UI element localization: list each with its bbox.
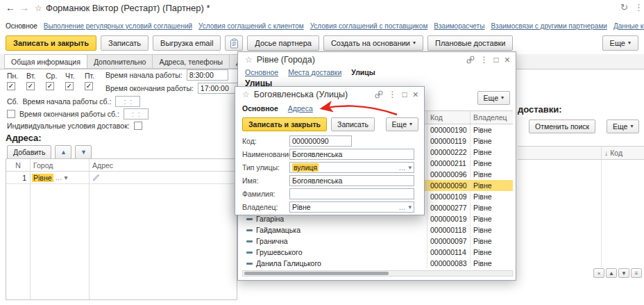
tab-general-info[interactable]: Общая информация bbox=[4, 54, 87, 69]
scrollbar-thumb[interactable] bbox=[244, 272, 389, 275]
owner-value: Рівне bbox=[292, 203, 311, 211]
edit-address-icon bbox=[92, 174, 100, 181]
chevron-down-icon: ▾ bbox=[413, 40, 416, 46]
choose-ellipsis-icon[interactable]: … bbox=[56, 174, 62, 181]
sat-start-input[interactable]: : : bbox=[115, 96, 140, 107]
column-city[interactable]: Город bbox=[30, 161, 89, 170]
street-dialog-titlebar[interactable]: ☆ Богоявленська (Улицы) ⋮ □ × bbox=[235, 87, 424, 102]
street-row[interactable]: Гайдамацька 000000118 Рівне bbox=[242, 224, 513, 236]
move-down-button[interactable]: ▼ bbox=[75, 145, 92, 159]
weekday-checkbox[interactable]: ✓ bbox=[46, 82, 54, 90]
email-export-button[interactable]: Выгрузка email bbox=[153, 35, 221, 51]
address-cell[interactable] bbox=[89, 174, 237, 181]
add-address-button[interactable]: Добавить bbox=[7, 145, 51, 159]
streets-hscrollbar[interactable] bbox=[242, 270, 513, 277]
street-code: 000000118 bbox=[427, 224, 470, 236]
kebab-menu-icon[interactable]: ⋮ bbox=[634, 2, 643, 13]
delivery-table-header[interactable]: ↓ Код bbox=[518, 146, 644, 160]
street-tab-main[interactable]: Основное bbox=[242, 104, 278, 113]
favorite-star-icon[interactable]: ☆ bbox=[245, 55, 253, 65]
streets-more-button[interactable]: Еще ▾ bbox=[477, 91, 510, 105]
lastname-input[interactable] bbox=[289, 188, 414, 199]
tab-addresses-phones[interactable]: Адреса, телефоны bbox=[153, 54, 230, 69]
clipboard-button[interactable] bbox=[225, 35, 243, 51]
list-menu-button[interactable]: ≡ bbox=[631, 268, 642, 278]
back-icon[interactable]: ← bbox=[6, 2, 15, 13]
move-up-button[interactable]: ▲ bbox=[55, 145, 71, 159]
right-more-button[interactable]: Еще ▾ bbox=[607, 119, 639, 133]
addresses-table-header[interactable]: N Город Адрес bbox=[6, 159, 237, 172]
choose-ellipsis-icon[interactable]: … bbox=[398, 164, 405, 172]
save-button[interactable]: Записать bbox=[101, 35, 149, 51]
forward-icon[interactable]: → bbox=[19, 2, 29, 13]
scroll-up-button[interactable]: ▲ bbox=[606, 268, 617, 278]
column-n[interactable]: N bbox=[6, 161, 30, 170]
saturday-checkbox[interactable] bbox=[7, 110, 15, 118]
work-start-input[interactable]: 8:30:00 bbox=[187, 69, 228, 81]
sat-end-input[interactable]: : : bbox=[124, 108, 149, 119]
code-input[interactable]: 000000090 bbox=[289, 135, 352, 147]
nav-item-site-upload[interactable]: Данные контрагентов для выгрузки на сайт bbox=[613, 22, 644, 30]
street-save-button[interactable]: Записать bbox=[331, 117, 375, 131]
streets-column-code[interactable]: Код bbox=[427, 111, 470, 124]
dropdown-icon[interactable]: ▾ bbox=[408, 164, 412, 171]
kebab-menu-icon[interactable]: ⋮ bbox=[389, 90, 397, 99]
nav-item-supplier-terms[interactable]: Условия соглашений с поставщиком bbox=[310, 22, 428, 30]
nav-item-regular-terms[interactable]: Выполнение регулярных условий соглашений bbox=[44, 22, 192, 30]
link-icon[interactable] bbox=[466, 56, 475, 64]
streets-column-owner[interactable]: Владелец bbox=[470, 111, 513, 124]
weekday-checkbox[interactable]: ✓ bbox=[26, 82, 35, 90]
favorite-star-icon[interactable]: ☆ bbox=[242, 90, 250, 99]
check-icon: ✓ bbox=[47, 83, 53, 90]
kebab-menu-icon[interactable]: ⋮ bbox=[480, 55, 489, 65]
move-up-icon: ▲ bbox=[60, 149, 67, 156]
choose-ellipsis-icon[interactable]: … bbox=[398, 204, 405, 211]
create-based-on-button[interactable]: Создать на основании ▾ bbox=[323, 35, 423, 51]
city-cell[interactable]: Рівне … ▾ bbox=[30, 174, 89, 182]
street-row[interactable]: Грушевського 000000114 Рівне bbox=[242, 247, 513, 258]
weekday-checkbox[interactable]: ✓ bbox=[85, 82, 93, 90]
close-icon[interactable]: × bbox=[413, 89, 418, 100]
delivery-column-code[interactable]: ↓ Код bbox=[601, 147, 644, 159]
nav-item-partner-relations[interactable]: Взаимосвязи с другими партнерами bbox=[491, 22, 607, 30]
dropdown-icon[interactable]: ▾ bbox=[408, 204, 412, 211]
individual-terms-checkbox[interactable] bbox=[134, 122, 142, 130]
refresh-icon[interactable]: ↻ bbox=[620, 2, 628, 13]
nav-item-client-terms[interactable]: Условия соглашений с клиентом bbox=[198, 22, 304, 30]
column-address[interactable]: Адрес bbox=[89, 161, 237, 170]
weekday-checkbox[interactable]: ✓ bbox=[65, 82, 74, 90]
city-tab-main[interactable]: Основное bbox=[245, 68, 278, 76]
address-row[interactable]: 1 Рівне … ▾ bbox=[6, 172, 237, 184]
nav-item-settlements[interactable]: Взаиморасчеты bbox=[434, 22, 484, 30]
firstname-input[interactable]: Богоявленська bbox=[289, 175, 414, 186]
clear-filter-button[interactable]: × bbox=[593, 268, 604, 278]
city-tab-streets[interactable]: Улицы bbox=[351, 68, 375, 76]
catalog-item-icon bbox=[246, 252, 253, 254]
nav-item-main[interactable]: Основное bbox=[6, 22, 37, 30]
maximize-icon[interactable]: □ bbox=[402, 90, 407, 99]
street-save-close-button[interactable]: Записать и закрыть bbox=[242, 117, 327, 131]
tab-additional[interactable]: Дополнительно bbox=[87, 54, 153, 69]
form-more-button[interactable]: Еще ▾ bbox=[602, 35, 638, 51]
name-input[interactable]: Богоявленська bbox=[289, 149, 414, 160]
street-tab-addresses[interactable]: Адреса bbox=[288, 104, 313, 113]
close-icon[interactable]: × bbox=[505, 54, 510, 65]
scroll-down-button[interactable]: ▼ bbox=[618, 268, 629, 278]
save-close-button[interactable]: Записать и закрыть bbox=[6, 35, 96, 51]
favorite-star-icon[interactable]: ☆ bbox=[35, 3, 42, 13]
partner-dossier-button[interactable]: Досье партнера bbox=[247, 35, 319, 51]
street-more-button[interactable]: Еще ▾ bbox=[386, 117, 418, 131]
city-tab-delivery-places[interactable]: Места доставки bbox=[288, 68, 341, 76]
planned-deliveries-button[interactable]: Плановые доставки bbox=[427, 35, 513, 51]
work-end-input[interactable]: 17:00:00 bbox=[198, 83, 239, 94]
owner-input[interactable]: Рівне … ▾ bbox=[289, 201, 414, 213]
maximize-icon[interactable]: □ bbox=[494, 55, 499, 65]
city-window-titlebar[interactable]: ☆ Рівне (Города) ⋮ □ × bbox=[238, 52, 516, 67]
street-row[interactable]: Данила Галицького 000000083 Рівне bbox=[242, 258, 513, 269]
street-type-input[interactable]: вулиця … ▾ bbox=[289, 162, 414, 173]
link-icon[interactable] bbox=[375, 90, 383, 99]
city-dropdown-icon[interactable]: ▾ bbox=[65, 174, 68, 181]
cancel-search-button[interactable]: Отменить поиск bbox=[529, 119, 595, 133]
street-row[interactable]: Гранична 000000097 Рівне bbox=[242, 236, 513, 247]
weekday-checkbox[interactable]: ✓ bbox=[7, 82, 15, 90]
